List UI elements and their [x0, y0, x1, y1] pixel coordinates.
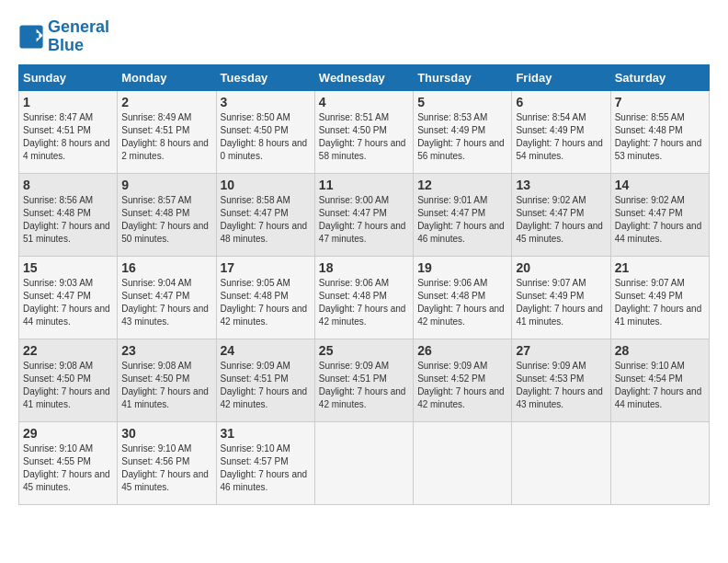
calendar-cell: 24Sunrise: 9:09 AMSunset: 4:51 PMDayligh…: [216, 339, 314, 421]
day-number: 2: [121, 95, 211, 109]
calendar-row: 29Sunrise: 9:10 AMSunset: 4:55 PMDayligh…: [19, 421, 710, 504]
day-number: 15: [23, 260, 113, 275]
calendar-cell: 9Sunrise: 8:57 AMSunset: 4:48 PMDaylight…: [118, 173, 216, 256]
calendar-cell: 7Sunrise: 8:55 AMSunset: 4:48 PMDaylight…: [610, 90, 709, 173]
calendar-cell: 17Sunrise: 9:05 AMSunset: 4:48 PMDayligh…: [216, 256, 314, 339]
calendar-cell: 30Sunrise: 9:10 AMSunset: 4:56 PMDayligh…: [118, 421, 216, 504]
logo-icon: [18, 24, 44, 50]
day-number: 27: [516, 343, 606, 358]
day-number: 19: [417, 260, 507, 275]
day-info: Sunrise: 9:07 AMSunset: 4:49 PMDaylight:…: [516, 277, 606, 328]
day-number: 31: [221, 426, 311, 441]
calendar-row: 22Sunrise: 9:08 AMSunset: 4:50 PMDayligh…: [19, 339, 710, 421]
day-info: Sunrise: 9:10 AMSunset: 4:57 PMDaylight:…: [221, 442, 311, 494]
calendar-cell: 31Sunrise: 9:10 AMSunset: 4:57 PMDayligh…: [216, 421, 314, 504]
day-number: 24: [221, 343, 311, 358]
header-cell-wednesday: Wednesday: [314, 64, 413, 90]
calendar-row: 15Sunrise: 9:03 AMSunset: 4:47 PMDayligh…: [19, 256, 710, 339]
day-number: 25: [319, 343, 409, 358]
calendar-cell: 21Sunrise: 9:07 AMSunset: 4:49 PMDayligh…: [610, 256, 709, 339]
day-info: Sunrise: 9:06 AMSunset: 4:48 PMDaylight:…: [319, 277, 409, 328]
calendar-row: 8Sunrise: 8:56 AMSunset: 4:48 PMDaylight…: [19, 173, 710, 256]
calendar-cell: [414, 421, 512, 504]
day-info: Sunrise: 8:55 AMSunset: 4:48 PMDaylight:…: [615, 111, 705, 163]
day-info: Sunrise: 9:09 AMSunset: 4:53 PMDaylight:…: [516, 360, 606, 411]
day-number: 18: [319, 260, 409, 275]
calendar-cell: 5Sunrise: 8:53 AMSunset: 4:49 PMDaylight…: [414, 90, 512, 173]
calendar-cell: [610, 421, 709, 504]
logo-text: General Blue: [48, 18, 109, 55]
day-info: Sunrise: 8:57 AMSunset: 4:48 PMDaylight:…: [121, 194, 211, 246]
calendar-body: 1Sunrise: 8:47 AMSunset: 4:51 PMDaylight…: [19, 90, 710, 504]
day-info: Sunrise: 8:51 AMSunset: 4:50 PMDaylight:…: [319, 111, 409, 163]
header-cell-sunday: Sunday: [19, 64, 118, 90]
day-number: 13: [516, 178, 606, 192]
day-number: 29: [23, 426, 113, 441]
calendar-cell: 26Sunrise: 9:09 AMSunset: 4:52 PMDayligh…: [414, 339, 512, 421]
day-info: Sunrise: 8:54 AMSunset: 4:49 PMDaylight:…: [516, 111, 606, 163]
calendar-cell: 3Sunrise: 8:50 AMSunset: 4:50 PMDaylight…: [216, 90, 314, 173]
calendar-cell: 22Sunrise: 9:08 AMSunset: 4:50 PMDayligh…: [19, 339, 118, 421]
calendar-cell: [512, 421, 610, 504]
day-info: Sunrise: 8:58 AMSunset: 4:47 PMDaylight:…: [221, 194, 311, 246]
day-info: Sunrise: 9:05 AMSunset: 4:48 PMDaylight:…: [221, 277, 311, 328]
calendar-cell: 29Sunrise: 9:10 AMSunset: 4:55 PMDayligh…: [19, 421, 118, 504]
header-row: SundayMondayTuesdayWednesdayThursdayFrid…: [19, 64, 710, 90]
header-cell-monday: Monday: [118, 64, 216, 90]
day-info: Sunrise: 9:04 AMSunset: 4:47 PMDaylight:…: [121, 277, 211, 328]
day-info: Sunrise: 8:56 AMSunset: 4:48 PMDaylight:…: [23, 194, 113, 246]
day-number: 9: [121, 178, 211, 192]
svg-marker-2: [32, 33, 39, 39]
day-number: 14: [615, 178, 705, 192]
day-number: 22: [23, 343, 113, 358]
calendar-cell: 2Sunrise: 8:49 AMSunset: 4:51 PMDaylight…: [118, 90, 216, 173]
calendar-cell: 11Sunrise: 9:00 AMSunset: 4:47 PMDayligh…: [314, 173, 413, 256]
day-number: 12: [417, 178, 507, 192]
header-cell-friday: Friday: [512, 64, 610, 90]
calendar-cell: 20Sunrise: 9:07 AMSunset: 4:49 PMDayligh…: [512, 256, 610, 339]
day-number: 21: [615, 260, 705, 275]
day-number: 8: [23, 178, 113, 192]
header-cell-saturday: Saturday: [610, 64, 709, 90]
day-info: Sunrise: 9:09 AMSunset: 4:52 PMDaylight:…: [417, 360, 507, 411]
day-info: Sunrise: 9:10 AMSunset: 4:55 PMDaylight:…: [23, 442, 113, 494]
calendar-cell: 15Sunrise: 9:03 AMSunset: 4:47 PMDayligh…: [19, 256, 118, 339]
day-number: 7: [615, 95, 705, 109]
day-info: Sunrise: 9:01 AMSunset: 4:47 PMDaylight:…: [417, 194, 507, 246]
day-number: 23: [121, 343, 211, 358]
logo: General Blue: [18, 18, 109, 55]
day-info: Sunrise: 9:09 AMSunset: 4:51 PMDaylight:…: [221, 360, 311, 411]
calendar-cell: 10Sunrise: 8:58 AMSunset: 4:47 PMDayligh…: [216, 173, 314, 256]
day-info: Sunrise: 9:02 AMSunset: 4:47 PMDaylight:…: [516, 194, 606, 246]
day-number: 1: [23, 95, 113, 109]
calendar-cell: 25Sunrise: 9:09 AMSunset: 4:51 PMDayligh…: [314, 339, 413, 421]
day-info: Sunrise: 9:06 AMSunset: 4:48 PMDaylight:…: [417, 277, 507, 328]
header-cell-tuesday: Tuesday: [216, 64, 314, 90]
day-number: 3: [221, 95, 311, 109]
calendar-header: SundayMondayTuesdayWednesdayThursdayFrid…: [19, 64, 710, 90]
day-number: 10: [221, 178, 311, 192]
header-cell-thursday: Thursday: [414, 64, 512, 90]
calendar-cell: 13Sunrise: 9:02 AMSunset: 4:47 PMDayligh…: [512, 173, 610, 256]
calendar-cell: 4Sunrise: 8:51 AMSunset: 4:50 PMDaylight…: [314, 90, 413, 173]
calendar-cell: 1Sunrise: 8:47 AMSunset: 4:51 PMDaylight…: [19, 90, 118, 173]
day-info: Sunrise: 9:10 AMSunset: 4:56 PMDaylight:…: [121, 442, 211, 494]
calendar-cell: 16Sunrise: 9:04 AMSunset: 4:47 PMDayligh…: [118, 256, 216, 339]
day-info: Sunrise: 8:53 AMSunset: 4:49 PMDaylight:…: [417, 111, 507, 163]
calendar-cell: 23Sunrise: 9:08 AMSunset: 4:50 PMDayligh…: [118, 339, 216, 421]
day-info: Sunrise: 9:10 AMSunset: 4:54 PMDaylight:…: [615, 360, 705, 411]
calendar-cell: 28Sunrise: 9:10 AMSunset: 4:54 PMDayligh…: [610, 339, 709, 421]
calendar-cell: 6Sunrise: 8:54 AMSunset: 4:49 PMDaylight…: [512, 90, 610, 173]
calendar-cell: [314, 421, 413, 504]
calendar-cell: 12Sunrise: 9:01 AMSunset: 4:47 PMDayligh…: [414, 173, 512, 256]
day-number: 28: [615, 343, 705, 358]
day-info: Sunrise: 9:03 AMSunset: 4:47 PMDaylight:…: [23, 277, 113, 328]
day-number: 26: [417, 343, 507, 358]
day-number: 30: [121, 426, 211, 441]
day-info: Sunrise: 9:08 AMSunset: 4:50 PMDaylight:…: [121, 360, 211, 411]
day-info: Sunrise: 9:09 AMSunset: 4:51 PMDaylight:…: [319, 360, 409, 411]
day-number: 5: [417, 95, 507, 109]
calendar-cell: 8Sunrise: 8:56 AMSunset: 4:48 PMDaylight…: [19, 173, 118, 256]
calendar-row: 1Sunrise: 8:47 AMSunset: 4:51 PMDaylight…: [19, 90, 710, 173]
calendar-cell: 19Sunrise: 9:06 AMSunset: 4:48 PMDayligh…: [414, 256, 512, 339]
